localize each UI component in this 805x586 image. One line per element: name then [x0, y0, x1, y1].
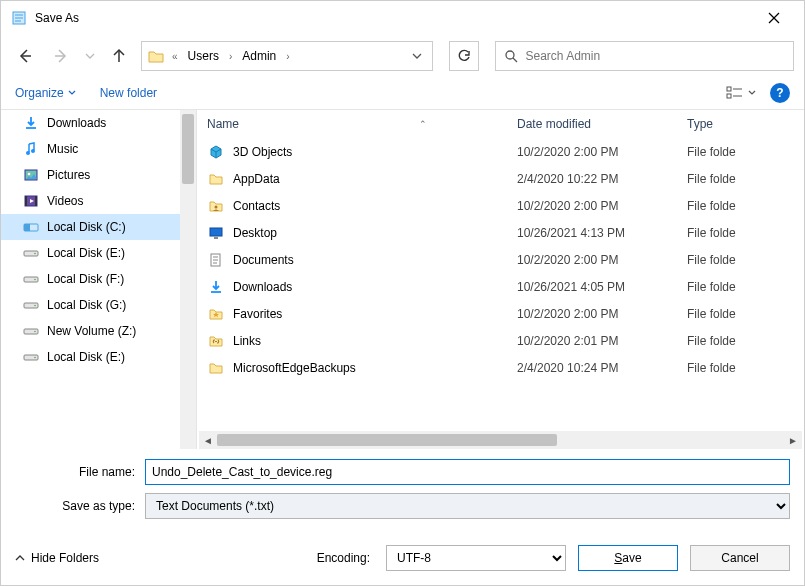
svg-rect-24	[24, 224, 30, 231]
file-name: AppData	[233, 172, 280, 186]
col-name[interactable]: Name	[207, 117, 239, 131]
cancel-button[interactable]: Cancel	[690, 545, 790, 571]
tree-item-label: New Volume (Z:)	[47, 324, 136, 338]
file-row[interactable]: Downloads10/26/2021 4:05 PMFile folde	[197, 273, 804, 300]
search-icon	[504, 49, 518, 63]
view-options-button[interactable]	[726, 86, 756, 100]
file-row[interactable]: AppData2/4/2020 10:22 PMFile folde	[197, 165, 804, 192]
svg-point-35	[215, 205, 218, 208]
file-modified: 10/2/2020 2:01 PM	[517, 334, 687, 348]
file-modified: 10/2/2020 2:00 PM	[517, 253, 687, 267]
col-type[interactable]: Type	[687, 117, 713, 131]
file-type: File folde	[687, 199, 794, 213]
documents-icon	[207, 251, 225, 269]
svg-point-30	[34, 305, 36, 307]
svg-rect-37	[214, 237, 218, 239]
forward-button[interactable]	[47, 42, 75, 70]
download-icon	[207, 278, 225, 296]
file-modified: 10/26/2021 4:05 PM	[517, 280, 687, 294]
drive-icon	[23, 245, 39, 261]
tree-item-label: Downloads	[47, 116, 106, 130]
close-button[interactable]	[752, 6, 796, 30]
tree-item[interactable]: Local Disk (E:)	[1, 344, 196, 370]
svg-point-34	[34, 357, 36, 359]
svg-point-28	[34, 279, 36, 281]
contacts-icon	[207, 197, 225, 215]
hide-folders-button[interactable]: Hide Folders	[15, 551, 99, 565]
file-name: 3D Objects	[233, 145, 292, 159]
file-type: File folde	[687, 226, 794, 240]
drive-icon	[23, 349, 39, 365]
tree-item-label: Local Disk (E:)	[47, 350, 125, 364]
filename-input[interactable]	[145, 459, 790, 485]
pictures-icon	[23, 167, 39, 183]
bottom-bar: Hide Folders Encoding: UTF-8 Save Cancel	[1, 535, 804, 585]
tree-item[interactable]: Local Disk (G:)	[1, 292, 196, 318]
file-modified: 10/2/2020 2:00 PM	[517, 307, 687, 321]
tree-item[interactable]: Downloads	[1, 110, 196, 136]
file-row[interactable]: Desktop10/26/2021 4:13 PMFile folde	[197, 219, 804, 246]
svg-point-17	[31, 149, 35, 153]
tree-item[interactable]: Videos	[1, 188, 196, 214]
back-button[interactable]	[11, 42, 39, 70]
recent-button[interactable]	[83, 42, 97, 70]
tree: DownloadsMusicPicturesVideosLocal Disk (…	[1, 110, 197, 449]
sort-indicator-icon: ⌃	[419, 119, 427, 129]
breadcrumb-seg-admin[interactable]: Admin	[238, 49, 280, 63]
file-row[interactable]: MicrosoftEdgeBackups2/4/2020 10:24 PMFil…	[197, 354, 804, 381]
savetype-select[interactable]: Text Documents (*.txt)	[145, 493, 790, 519]
toolbar: Organize New folder ?	[1, 77, 804, 110]
svg-rect-22	[35, 196, 37, 206]
file-type: File folde	[687, 145, 794, 159]
file-row[interactable]: Favorites10/2/2020 2:00 PMFile folde	[197, 300, 804, 327]
file-name: Contacts	[233, 199, 280, 213]
encoding-select[interactable]: UTF-8	[386, 545, 566, 571]
breadcrumb-seg-users[interactable]: Users	[184, 49, 223, 63]
file-type: File folde	[687, 307, 794, 321]
nav-row: « Users › Admin › Search Admin	[1, 35, 804, 77]
file-name: Links	[233, 334, 261, 348]
file-row[interactable]: Contacts10/2/2020 2:00 PMFile folde	[197, 192, 804, 219]
favorites-icon	[207, 305, 225, 323]
file-type: File folde	[687, 334, 794, 348]
tree-scrollbar[interactable]	[180, 110, 196, 449]
horizontal-scrollbar[interactable]: ◄ ►	[199, 431, 802, 449]
file-modified: 10/2/2020 2:00 PM	[517, 199, 687, 213]
file-list: 3D Objects10/2/2020 2:00 PMFile foldeApp…	[197, 138, 804, 431]
search-input[interactable]: Search Admin	[495, 41, 795, 71]
file-row[interactable]: 3D Objects10/2/2020 2:00 PMFile folde	[197, 138, 804, 165]
tree-item[interactable]: Local Disk (E:)	[1, 240, 196, 266]
videos-icon	[23, 193, 39, 209]
app-icon	[11, 10, 27, 26]
filename-label: File name:	[15, 465, 145, 479]
music-icon	[23, 141, 39, 157]
col-modified[interactable]: Date modified	[517, 117, 591, 131]
organize-label: Organize	[15, 86, 64, 100]
svg-point-19	[28, 173, 31, 176]
tree-item-label: Videos	[47, 194, 83, 208]
file-type: File folde	[687, 172, 794, 186]
column-headers: Name ⌃ Date modified Type	[197, 110, 804, 138]
file-area: Name ⌃ Date modified Type 3D Objects10/2…	[197, 110, 804, 449]
tree-item[interactable]: New Volume (Z:)	[1, 318, 196, 344]
refresh-button[interactable]	[449, 41, 479, 71]
breadcrumb[interactable]: « Users › Admin ›	[141, 41, 433, 71]
chevron-left-icon: «	[170, 51, 180, 62]
savetype-label: Save as type:	[15, 499, 145, 513]
file-row[interactable]: Documents10/2/2020 2:00 PMFile folde	[197, 246, 804, 273]
tree-item[interactable]: Local Disk (C:)	[1, 214, 196, 240]
chevron-down-icon	[68, 89, 76, 97]
svg-point-9	[506, 51, 514, 59]
up-button[interactable]	[105, 42, 133, 70]
svg-rect-25	[24, 251, 38, 256]
help-button[interactable]: ?	[770, 83, 790, 103]
tree-item[interactable]: Music	[1, 136, 196, 162]
file-row[interactable]: Links10/2/2020 2:01 PMFile folde	[197, 327, 804, 354]
new-folder-button[interactable]: New folder	[100, 86, 157, 100]
organize-menu[interactable]: Organize	[15, 86, 76, 100]
window-title: Save As	[35, 11, 79, 25]
save-button[interactable]: Save	[578, 545, 678, 571]
tree-item[interactable]: Local Disk (F:)	[1, 266, 196, 292]
breadcrumb-dropdown[interactable]	[406, 51, 428, 61]
tree-item[interactable]: Pictures	[1, 162, 196, 188]
